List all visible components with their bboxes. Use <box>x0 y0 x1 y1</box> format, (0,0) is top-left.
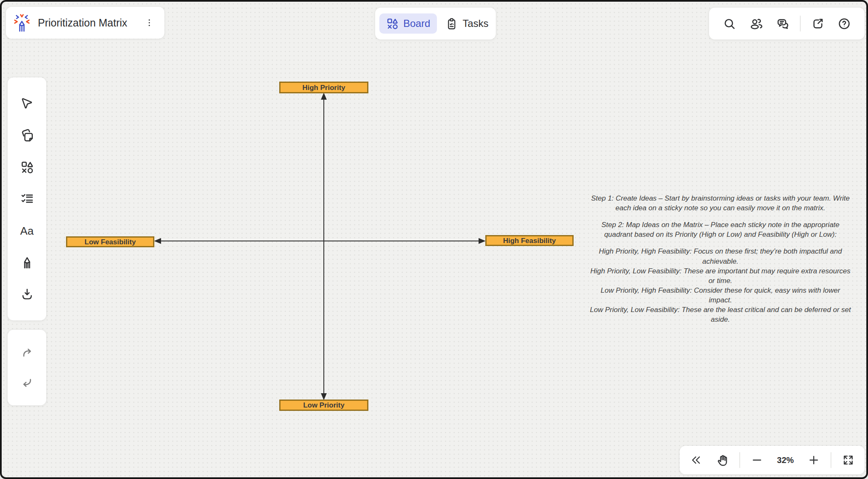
arrowhead-right <box>479 239 484 243</box>
share-icon <box>811 17 825 31</box>
help-button[interactable] <box>835 14 854 33</box>
zoom-in-button[interactable] <box>804 450 823 470</box>
arrowhead-up <box>322 94 326 99</box>
matrix-label-high-feasibility[interactable]: High Feasibility <box>485 235 574 246</box>
checklist-icon <box>20 192 34 206</box>
shapes-tool-button[interactable] <box>17 158 37 177</box>
shapes-icon <box>20 160 34 174</box>
minus-icon <box>751 454 763 466</box>
pan-tool-button[interactable] <box>713 450 732 470</box>
matrix-label-low-feasibility[interactable]: Low Feasibility <box>66 236 154 247</box>
chat-bubbles-icon <box>776 17 790 31</box>
view-switcher: Board Tasks <box>375 8 496 40</box>
help-icon <box>837 17 851 31</box>
select-tool-button[interactable] <box>17 94 37 114</box>
search-icon <box>722 17 736 31</box>
checklist-tool-button[interactable] <box>17 189 37 209</box>
undo-button[interactable] <box>17 373 37 392</box>
undo-icon <box>20 376 34 389</box>
matrix-label-high-priority[interactable]: High Priority <box>279 82 368 93</box>
expand-icon <box>842 454 855 466</box>
redo-button[interactable] <box>17 343 37 363</box>
tab-board-label: Board <box>403 18 430 29</box>
zoombar-divider-2 <box>831 452 831 468</box>
instructions-step1: Step 1: Create Ideas – Start by brainsto… <box>588 193 852 213</box>
matrix-label-low-priority[interactable]: Low Priority <box>279 400 368 411</box>
plus-icon <box>807 454 820 466</box>
download-icon <box>20 287 34 301</box>
arrowhead-left <box>155 239 161 243</box>
download-tool-button[interactable] <box>17 285 37 304</box>
draw-tool-button[interactable] <box>17 253 37 272</box>
members-button[interactable] <box>746 14 766 33</box>
users-icon <box>749 17 763 31</box>
fullscreen-button[interactable] <box>839 450 858 470</box>
tab-tasks-label: Tasks <box>463 18 488 29</box>
collapse-button[interactable] <box>686 450 706 470</box>
board-title: Prioritization Matrix <box>38 17 127 29</box>
zoombar-divider <box>739 452 740 468</box>
tab-tasks[interactable]: Tasks <box>439 13 495 34</box>
instructions-step2: Step 2: Map Ideas on the Matrix – Place … <box>588 220 852 239</box>
app-logo-icon <box>12 13 32 33</box>
redo-icon <box>20 346 34 360</box>
text-tool-icon: Aa <box>20 225 34 236</box>
instructions-text[interactable]: Step 1: Create Ideas – Start by brainsto… <box>588 193 852 324</box>
instructions-quadrant-4: Low Priority, Low Feasibility: These are… <box>588 305 852 324</box>
actions-divider <box>800 16 801 32</box>
comments-button[interactable] <box>773 14 792 33</box>
search-button[interactable] <box>720 14 739 33</box>
sticky-note-tool-button[interactable] <box>17 126 37 145</box>
zoom-level[interactable]: 32% <box>774 455 797 465</box>
tab-board[interactable]: Board <box>379 13 437 34</box>
text-tool-button[interactable]: Aa <box>17 221 37 241</box>
arrowhead-down <box>322 394 326 399</box>
header-actions <box>709 8 865 40</box>
cursor-icon <box>20 97 34 111</box>
canvas-controls: 32% <box>680 446 865 474</box>
pencil-icon <box>20 256 34 270</box>
tasks-clipboard-icon <box>445 17 458 30</box>
shapes-icon <box>386 17 399 30</box>
whiteboard-app: High Priority Low Priority Low Feasibili… <box>0 0 868 479</box>
sticky-note-icon <box>20 129 34 143</box>
instructions-quadrant-3: Low Priority, High Feasibility: Consider… <box>588 286 852 305</box>
share-button[interactable] <box>808 14 827 33</box>
instructions-quadrant-1: High Priority, High Feasibility: Focus o… <box>588 246 852 266</box>
hand-icon <box>716 454 729 467</box>
double-chevron-left-icon <box>690 454 702 466</box>
instructions-quadrant-2: High Priority, Low Feasibility: These ar… <box>588 266 852 286</box>
zoom-out-button[interactable] <box>747 450 767 470</box>
history-controls <box>8 330 46 405</box>
kebab-menu-icon <box>144 18 154 28</box>
board-menu-button[interactable] <box>142 13 157 32</box>
tool-palette: Aa <box>8 77 46 320</box>
board-title-bar: Prioritization Matrix <box>6 7 164 39</box>
